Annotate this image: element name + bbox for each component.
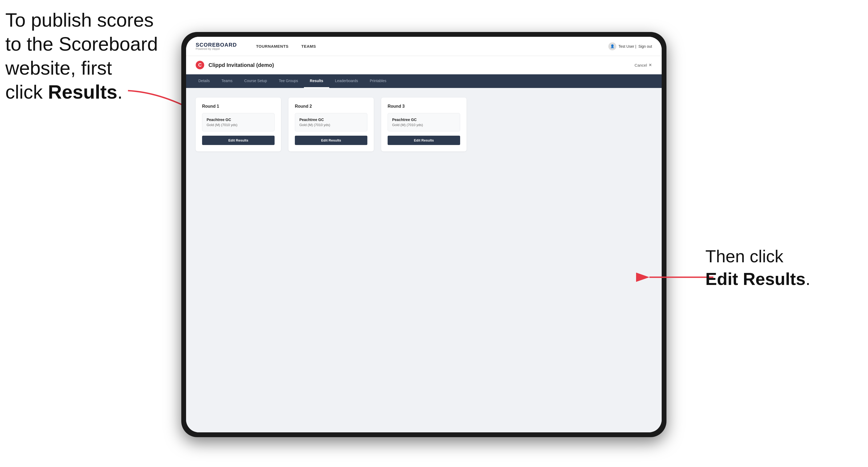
round-3-course-card: Peachtree GC Gold (M) (7010 yds) bbox=[388, 113, 460, 131]
tab-nav: Details Teams Course Setup Tee Groups Re… bbox=[186, 74, 662, 88]
logo-subtitle: Powered by clippd bbox=[196, 48, 237, 51]
round-3-label: Round 3 bbox=[388, 104, 460, 109]
main-content: Round 1 Peachtree GC Gold (M) (7010 yds)… bbox=[186, 88, 662, 432]
round-2-course-card: Peachtree GC Gold (M) (7010 yds) bbox=[295, 113, 367, 131]
tournament-header: C Clippd Invitational (demo) Cancel ✕ bbox=[186, 56, 662, 74]
round-2-edit-results-button[interactable]: Edit Results bbox=[295, 136, 367, 145]
round-1-course-details: Gold (M) (7010 yds) bbox=[207, 123, 270, 127]
sign-out-link[interactable]: Sign out bbox=[639, 44, 652, 49]
instruction-bold: Results bbox=[48, 81, 117, 103]
tab-tee-groups[interactable]: Tee Groups bbox=[273, 74, 304, 88]
right-line1: Then click bbox=[705, 247, 783, 266]
round-3-course-details: Gold (M) (7010 yds) bbox=[392, 123, 456, 127]
round-2-course-details: Gold (M) (7010 yds) bbox=[299, 123, 363, 127]
tournament-title-row: C Clippd Invitational (demo) bbox=[196, 61, 274, 69]
tablet-screen: SCOREBOARD Powered by clippd TOURNAMENTS… bbox=[186, 37, 662, 432]
cancel-button[interactable]: Cancel ✕ bbox=[634, 63, 652, 67]
right-annotation: Then click Edit Results. bbox=[705, 245, 844, 290]
round-3-edit-results-button[interactable]: Edit Results bbox=[388, 136, 460, 145]
right-bold: Edit Results bbox=[705, 269, 806, 289]
tournament-name: Clippd Invitational (demo) bbox=[209, 62, 274, 68]
logo: SCOREBOARD Powered by clippd bbox=[196, 42, 237, 51]
top-nav: SCOREBOARD Powered by clippd TOURNAMENTS… bbox=[186, 37, 662, 56]
tournament-icon: C bbox=[196, 61, 204, 69]
tab-course-setup[interactable]: Course Setup bbox=[238, 74, 273, 88]
instruction-line4: click bbox=[5, 81, 48, 103]
round-1-course-card: Peachtree GC Gold (M) (7010 yds) bbox=[202, 113, 275, 131]
tab-results[interactable]: Results bbox=[304, 74, 329, 88]
user-label: Test User | bbox=[618, 44, 636, 49]
instruction-line2: to the Scoreboard bbox=[5, 33, 158, 55]
instruction-line3: website, first bbox=[5, 57, 112, 79]
tab-printables[interactable]: Printables bbox=[364, 74, 392, 88]
tab-teams[interactable]: Teams bbox=[216, 74, 238, 88]
round-1-card: Round 1 Peachtree GC Gold (M) (7010 yds)… bbox=[196, 98, 281, 151]
app-container: SCOREBOARD Powered by clippd TOURNAMENTS… bbox=[186, 37, 662, 432]
round-2-label: Round 2 bbox=[295, 104, 367, 109]
user-avatar: 👤 bbox=[608, 42, 616, 51]
nav-teams[interactable]: TEAMS bbox=[295, 37, 322, 56]
round-1-edit-results-button[interactable]: Edit Results bbox=[202, 136, 275, 145]
nav-right: 👤 Test User | Sign out bbox=[608, 42, 652, 51]
tab-details[interactable]: Details bbox=[192, 74, 216, 88]
round-1-label: Round 1 bbox=[202, 104, 275, 109]
nav-items: TOURNAMENTS TEAMS bbox=[250, 37, 608, 56]
nav-tournaments[interactable]: TOURNAMENTS bbox=[250, 37, 295, 56]
tab-leaderboards[interactable]: Leaderboards bbox=[329, 74, 364, 88]
instruction-line1: To publish scores bbox=[5, 9, 154, 31]
round-1-course-name: Peachtree GC bbox=[207, 118, 270, 122]
logo-title: SCOREBOARD bbox=[196, 42, 237, 48]
tablet-device: SCOREBOARD Powered by clippd TOURNAMENTS… bbox=[181, 32, 666, 437]
round-3-course-name: Peachtree GC bbox=[392, 118, 456, 122]
rounds-grid: Round 1 Peachtree GC Gold (M) (7010 yds)… bbox=[196, 98, 652, 151]
round-2-course-name: Peachtree GC bbox=[299, 118, 363, 122]
round-2-card: Round 2 Peachtree GC Gold (M) (7010 yds)… bbox=[288, 98, 374, 151]
round-3-card: Round 3 Peachtree GC Gold (M) (7010 yds)… bbox=[381, 98, 467, 151]
